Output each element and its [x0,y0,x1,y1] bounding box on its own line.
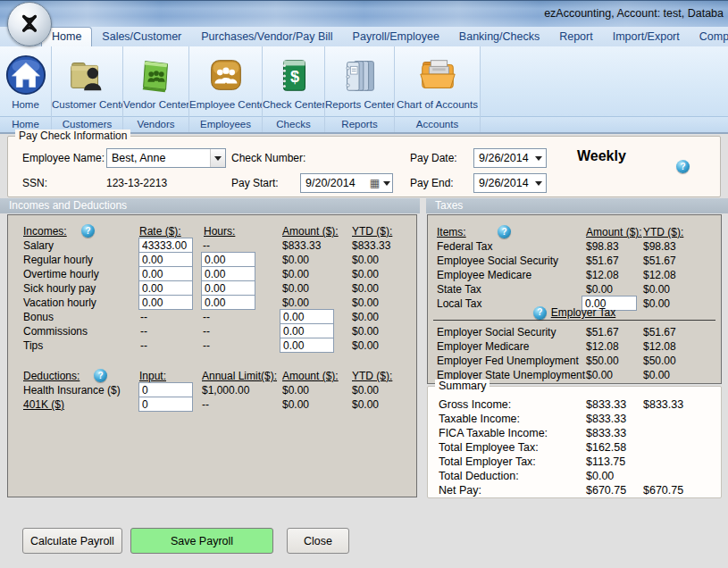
pay-end-dropdown[interactable]: 9/26/2014 [473,173,547,193]
regular-hours-input[interactable] [201,252,255,267]
employee-name-dropdown[interactable]: Best, Anne [106,148,226,168]
tab-purchases-vendor-pay-bill[interactable]: Purchases/Vendor/Pay Bill [191,28,342,46]
ez-logo-icon [14,9,45,39]
toolbar-button-customer-center[interactable]: Customer Center Customers [52,46,123,132]
income-ytd: $0.00 [352,338,379,353]
chevron-down-icon[interactable] [531,174,546,192]
tab-company[interactable]: Company [690,28,728,46]
pay-end-value: 9/26/2014 [474,177,531,189]
commissions-amount-input[interactable] [280,323,334,338]
bonus-amount-input[interactable] [280,309,334,324]
deduction-401k-link[interactable]: 401K ($) [23,397,64,412]
regular-rate-input[interactable] [138,252,193,267]
income-label: Regular hourly [23,253,93,267]
overtime-hours-input[interactable] [201,266,255,281]
chevron-down-icon[interactable] [381,174,392,192]
deduction-label: Health Insurance ($) [23,383,121,397]
salary-rate-input[interactable] [138,238,193,253]
calculate-payroll-button[interactable]: Calculate Payroll [22,528,122,554]
amount-header: Amount ($): [282,369,339,383]
taxes-section-header: Taxes [426,198,728,213]
tips-amount-input[interactable] [280,338,334,353]
help-icon[interactable]: ? [81,224,95,238]
toolbar-button-vendor-center[interactable]: Vendor Center Vendors [123,46,189,132]
toolbar-label: Home [0,99,51,115]
vacation-hours-input[interactable] [201,295,255,310]
income-ytd: $833.33 [352,238,390,253]
tab-import-export[interactable]: Import/Export [603,28,690,46]
overtime-rate-input[interactable] [138,266,193,281]
tab-sales-customer[interactable]: Sales/Customer [92,28,191,46]
tax-amount: $12.08 [586,339,619,354]
toolbar-group-label[interactable]: Vendors [123,116,188,132]
ssn-value: 123-13-2213 [106,177,167,189]
pay-date-dropdown[interactable]: 9/26/2014 [473,148,547,168]
income-amount: $0.00 [282,267,309,281]
incomes-section-header: Incomes and Deductions [0,198,420,213]
vacation-rate-input[interactable] [138,295,193,310]
toolbar-group-label[interactable]: Checks [263,116,324,132]
check-number-label: Check Number: [231,152,305,164]
tax-amount: $51.67 [586,325,619,339]
calendar-icon[interactable]: ▦ [370,177,380,189]
app-logo-button[interactable] [7,2,52,46]
sick-rate-input[interactable] [138,280,193,296]
tab-report[interactable]: Report [549,28,603,46]
income-hours: -- [203,324,210,338]
tax-row-employee-social-security: Employee Social Security $51.67 $51.67 [428,254,721,268]
income-ytd: $0.00 [352,267,379,281]
pay-date-label: Pay Date: [410,152,457,164]
summary-amount: $0.00 [586,469,614,483]
vendor-book-icon [123,46,188,99]
deduction-limit: -- [202,397,209,412]
accounts-folder-icon [395,46,480,99]
close-button[interactable]: Close [287,528,349,554]
incomes-header-row: Incomes: ? Rate ($): Hours: Amount ($): … [8,224,416,238]
income-row-sick-hourly: Sick hourly pay $0.00 $0.00 [8,281,416,296]
income-row-salary: Salary -- $833.33 $833.33 [8,238,416,253]
pay-start-datepicker[interactable]: 9/20/2014 ▦ [300,173,393,193]
toolbar-button-chart-of-accounts[interactable]: Chart of Accounts Accounts [395,46,481,132]
tax-row-employee-medicare: Employee Medicare $12.08 $12.08 [428,268,721,282]
income-row-bonus: Bonus -- -- $0.00 [8,310,416,324]
income-ytd: $0.00 [352,253,379,267]
tax-ytd: $50.00 [643,354,676,368]
tax-row-employer-medicare: Employer Medicare $12.08 $12.08 [428,339,721,354]
help-icon[interactable]: ? [676,160,690,173]
summary-amount: $833.33 [586,412,626,426]
401k-input[interactable] [138,397,193,412]
tax-row-employer-social-security: Employer Social Security $51.67 $51.67 [428,325,721,339]
toolbar-group-label[interactable]: Accounts [395,116,480,132]
deduction-amount: $0.00 [282,383,309,397]
tab-banking-checks[interactable]: Banking/Checks [449,28,549,46]
summary-groupbox: Summary Gross Income: $833.33 $833.33 Ta… [427,386,722,498]
income-row-commissions: Commissions -- -- $0.00 [8,324,416,338]
employee-badge-icon [189,46,262,99]
tab-payroll-employee[interactable]: Payroll/Employee [343,28,449,46]
save-payroll-button[interactable]: Save Payroll [130,528,273,554]
toolbar-button-check-center[interactable]: $ Check Center Checks [263,46,325,132]
items-header: Items: [437,225,466,239]
pay-end-label: Pay End: [410,177,454,189]
toolbar-group-label[interactable]: Employees [189,116,262,132]
deduction-ytd: $0.00 [352,397,379,412]
ytd-header: YTD ($): [352,369,392,383]
income-ytd: $0.00 [352,281,379,296]
toolbar-button-employee-center[interactable]: Employee Center Employees [189,46,263,132]
health-insurance-input[interactable] [138,382,193,397]
toolbar-button-home[interactable]: Home Home [0,46,52,132]
help-icon[interactable]: ? [498,225,511,238]
summary-amount: $162.58 [586,440,626,455]
toolbar-button-reports-center[interactable]: Reports Center Reports [325,46,395,132]
tax-amount: $0.00 [586,368,613,382]
toolbar-label: Employee Center [189,99,262,115]
taxes-panel: Items: ? Amount ($): YTD ($): Federal Ta… [427,214,722,384]
summary-label: Total Employee Tax: [439,440,539,455]
chevron-down-icon[interactable] [210,149,225,167]
help-icon[interactable]: ? [533,306,547,320]
toolbar-group-label[interactable]: Reports [325,116,394,132]
sick-hours-input[interactable] [201,280,255,296]
help-icon[interactable]: ? [94,369,107,382]
tax-ytd: $0.00 [643,368,670,382]
chevron-down-icon[interactable] [531,149,546,167]
